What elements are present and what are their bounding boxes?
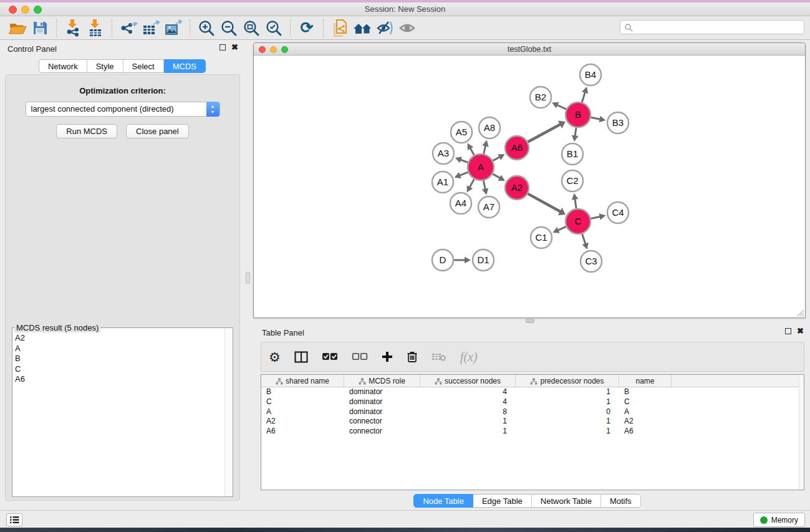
graph-node-C3[interactable]: C3 — [581, 251, 602, 272]
graph-node-A[interactable]: A — [468, 154, 494, 180]
tab-motifs[interactable]: Motifs — [601, 494, 641, 508]
graph-node-A4[interactable]: A4 — [450, 193, 471, 214]
mcds-result-list[interactable]: A2ABCA6 — [12, 328, 233, 496]
network-from-selection-icon[interactable] — [329, 18, 351, 38]
graph-node-B3[interactable]: B3 — [607, 112, 629, 133]
graph-node-A7[interactable]: A7 — [478, 196, 499, 218]
graph-node-D[interactable]: D — [432, 249, 453, 271]
task-history-button[interactable] — [6, 513, 22, 526]
table-cell: dominator — [344, 397, 420, 407]
zoom-selected-icon[interactable] — [263, 18, 285, 38]
export-table-icon[interactable] — [140, 18, 162, 38]
refresh-icon[interactable]: ⟳ — [296, 18, 318, 38]
svg-text:A2: A2 — [511, 182, 523, 193]
svg-text:A1: A1 — [437, 177, 448, 187]
mcds-result-item[interactable]: A — [15, 344, 233, 354]
tab-style[interactable]: Style — [87, 59, 123, 73]
graph-node-A3[interactable]: A3 — [433, 143, 454, 164]
graph-node-B1[interactable]: B1 — [562, 143, 583, 165]
close-panel-icon[interactable]: ✖ — [231, 44, 238, 51]
table-panel-header: Table Panel ✖ — [244, 324, 810, 341]
column-header-predecessor-nodes[interactable]: predecessor nodes — [516, 375, 619, 387]
show-eye-icon[interactable] — [396, 18, 418, 38]
delete-table-icon[interactable] — [432, 346, 446, 367]
run-mcds-button[interactable]: Run MCDS — [56, 124, 117, 138]
table-cell: A6 — [619, 427, 672, 437]
table-row[interactable]: A6connector11A6 — [261, 427, 804, 437]
mcds-result-item[interactable]: B — [15, 354, 233, 364]
save-session-icon[interactable] — [29, 18, 51, 38]
deselect-all-icon[interactable] — [352, 346, 368, 367]
table-row[interactable]: Bdominator41B — [261, 387, 804, 397]
open-file-icon[interactable] — [6, 18, 29, 38]
table-scrollbar[interactable] — [799, 375, 804, 490]
tab-select[interactable]: Select — [123, 59, 164, 73]
table-row[interactable]: Cdominator41C — [261, 397, 804, 407]
graph-node-B4[interactable]: B4 — [580, 64, 601, 85]
graph-node-A1[interactable]: A1 — [432, 172, 453, 193]
column-header-name[interactable]: name — [619, 375, 672, 387]
graph-node-D1[interactable]: D1 — [473, 249, 494, 271]
import-table-icon[interactable] — [84, 18, 107, 38]
column-visibility-icon[interactable] — [294, 346, 308, 367]
export-network-icon[interactable] — [117, 18, 140, 38]
network-canvas[interactable]: B4B2BB3A8A5A6A3B1AC2A1A2A4A7C4CC1DD1C3 — [254, 56, 805, 317]
resize-grip-icon[interactable] — [796, 309, 804, 317]
function-builder-icon[interactable]: f(x) — [460, 346, 478, 367]
table-cell: 8 — [420, 407, 516, 417]
graph-node-A6[interactable]: A6 — [505, 136, 529, 160]
home-icon[interactable] — [351, 18, 374, 38]
graph-node-B2[interactable]: B2 — [530, 87, 551, 108]
float-table-panel-icon[interactable] — [785, 328, 791, 334]
horizontal-splitter-handle[interactable] — [526, 319, 534, 323]
mcds-result-item[interactable]: C — [15, 364, 233, 375]
column-header-MCDS-role[interactable]: MCDS role — [344, 375, 420, 387]
graph-edge-A-A7 — [482, 181, 488, 195]
import-network-icon[interactable] — [62, 18, 84, 38]
zoom-out-icon[interactable] — [218, 18, 240, 38]
svg-text:C2: C2 — [566, 175, 578, 186]
graph-node-A8[interactable]: A8 — [479, 117, 500, 138]
network-view-titlebar[interactable]: testGlobe.txt — [254, 43, 805, 56]
export-image-icon[interactable] — [162, 18, 185, 38]
graph-node-C1[interactable]: C1 — [531, 227, 552, 248]
table-row[interactable]: A2connector11A2 — [261, 417, 804, 427]
mcds-list-scrollbar[interactable] — [224, 328, 233, 496]
add-column-icon[interactable] — [382, 346, 393, 367]
tab-network[interactable]: Network — [39, 59, 87, 73]
search-field[interactable] — [620, 20, 804, 34]
column-header-successor-nodes[interactable]: successor nodes — [420, 375, 516, 387]
graph-node-C2[interactable]: C2 — [562, 170, 583, 191]
zoom-fit-icon[interactable] — [240, 18, 263, 38]
mcds-result-item[interactable]: A6 — [15, 374, 233, 385]
graph-node-A5[interactable]: A5 — [451, 122, 472, 143]
close-table-panel-icon[interactable]: ✖ — [797, 328, 804, 334]
vertical-splitter-handle[interactable] — [246, 272, 250, 284]
float-panel-icon[interactable] — [219, 44, 226, 51]
delete-column-icon[interactable] — [407, 346, 418, 367]
graph-node-B[interactable]: B — [566, 102, 591, 127]
close-panel-button[interactable]: Close panel — [126, 124, 189, 138]
graph-edge-A-A1 — [455, 172, 468, 178]
memory-button[interactable]: Memory — [753, 513, 805, 527]
table-header-row: shared nameMCDS rolesuccessor nodesprede… — [261, 375, 804, 387]
settings-gear-icon[interactable]: ⚙ — [269, 346, 281, 367]
tab-network-table[interactable]: Network Table — [532, 494, 601, 508]
tab-edge-table[interactable]: Edge Table — [473, 494, 532, 508]
table-cell: 4 — [420, 387, 516, 397]
criterion-dropdown[interactable]: largest connected component (directed) ▲… — [26, 102, 220, 117]
select-all-icon[interactable] — [322, 346, 338, 367]
table-row[interactable]: Adominator80A — [261, 407, 804, 417]
toolbar-separator — [323, 19, 324, 37]
zoom-in-icon[interactable] — [195, 18, 218, 38]
tab-node-table[interactable]: Node Table — [413, 494, 473, 508]
graph-node-C4[interactable]: C4 — [607, 202, 629, 223]
mcds-result-item[interactable]: A2 — [15, 333, 233, 344]
graph-node-A2[interactable]: A2 — [505, 176, 529, 200]
hide-selected-icon[interactable] — [374, 18, 396, 38]
column-header-shared-name[interactable]: shared name — [261, 375, 344, 387]
tab-mcds[interactable]: MCDS — [164, 59, 206, 73]
graph-node-C[interactable]: C — [566, 209, 591, 234]
graph-edge-A-A8 — [482, 140, 488, 154]
search-input[interactable] — [633, 23, 800, 32]
